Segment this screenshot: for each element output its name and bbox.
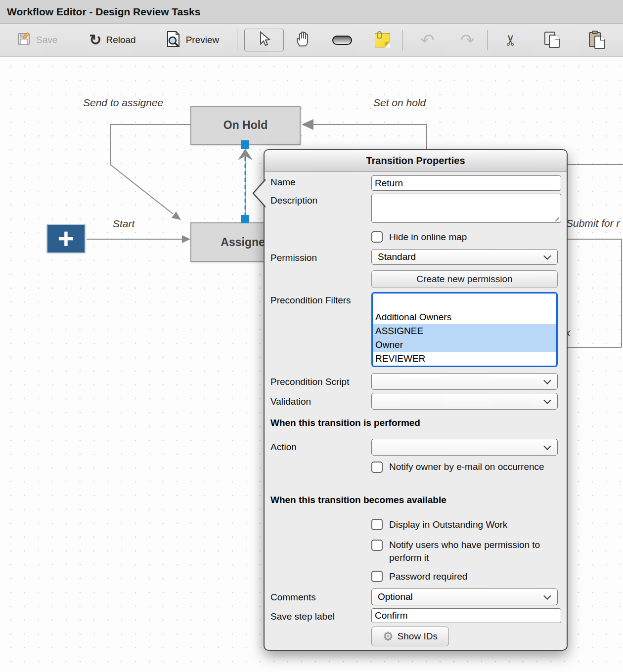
redo-button[interactable]: ↷ bbox=[455, 28, 480, 52]
add-note-tool-button[interactable] bbox=[370, 28, 395, 52]
permission-value: Standard bbox=[378, 252, 416, 262]
gear-icon: ⚙ bbox=[383, 630, 394, 642]
validation-label: Validation bbox=[270, 396, 311, 407]
precondition-filters-listbox[interactable]: Additional Owners ASSIGNEE Owner REVIEWE… bbox=[371, 292, 558, 367]
filter-option-assignee[interactable]: ASSIGNEE bbox=[373, 324, 556, 338]
name-input[interactable] bbox=[371, 175, 561, 191]
toolbar-separator bbox=[487, 30, 488, 50]
filter-option-reviewer[interactable]: REVIEWER bbox=[373, 352, 556, 366]
window-title: Workflow Editor - Design Review Tasks bbox=[7, 6, 200, 18]
section-performed-heading: When this transition is performed bbox=[270, 418, 420, 428]
show-ids-button[interactable]: ⚙ Show IDs bbox=[371, 627, 449, 646]
scissors-icon: ✂ bbox=[502, 34, 519, 46]
filter-option-blank[interactable] bbox=[373, 294, 556, 310]
password-required-checkbox[interactable] bbox=[371, 571, 383, 582]
description-label: Description bbox=[270, 195, 317, 206]
precondition-filters-label: Precondition Filters bbox=[270, 295, 351, 306]
copy-button[interactable] bbox=[539, 28, 566, 52]
create-new-permission-button[interactable]: Create new permission bbox=[371, 270, 558, 288]
precondition-script-select[interactable] bbox=[371, 373, 558, 390]
action-label: Action bbox=[270, 442, 297, 453]
workflow-canvas[interactable]: On Hold Assignee + Send to assignee Set … bbox=[0, 57, 623, 672]
paste-icon bbox=[589, 31, 606, 49]
add-step-tool-button[interactable] bbox=[327, 28, 357, 52]
chevron-down-icon bbox=[543, 252, 551, 260]
toolbar: Save ↻ Reload Preview bbox=[0, 24, 623, 57]
save-label: Save bbox=[36, 35, 57, 45]
preview-label: Preview bbox=[186, 35, 220, 45]
pan-tool-button[interactable] bbox=[290, 28, 315, 52]
reload-label: Reload bbox=[106, 35, 135, 45]
redo-icon: ↷ bbox=[460, 32, 475, 48]
transition-properties-dialog: Transition Properties Name Description H… bbox=[264, 149, 568, 651]
chevron-down-icon bbox=[543, 377, 551, 384]
preview-icon bbox=[166, 31, 181, 50]
dialog-title[interactable]: Transition Properties bbox=[265, 150, 567, 172]
select-tool-button[interactable] bbox=[244, 29, 284, 51]
save-step-label: Save step label bbox=[270, 611, 335, 622]
description-input[interactable] bbox=[371, 194, 561, 223]
notify-owner-checkbox[interactable] bbox=[371, 462, 383, 473]
section-available-heading: When this transition becomes available bbox=[270, 495, 446, 505]
hide-in-online-map-label: Hide in online map bbox=[389, 231, 557, 244]
permission-label: Permission bbox=[270, 252, 317, 263]
password-required-label: Password required bbox=[389, 570, 557, 583]
chevron-down-icon bbox=[543, 396, 551, 404]
action-select[interactable] bbox=[371, 439, 558, 456]
chevron-down-icon bbox=[543, 442, 551, 450]
validation-select[interactable] bbox=[371, 393, 558, 410]
hand-icon bbox=[295, 31, 311, 50]
comments-label: Comments bbox=[270, 592, 316, 603]
transition-handle-bottom bbox=[241, 215, 249, 223]
filter-option-owner[interactable]: Owner bbox=[373, 338, 556, 352]
transition-handle-top bbox=[241, 140, 249, 149]
reload-button[interactable]: ↻ Reload bbox=[84, 28, 140, 52]
comments-select[interactable]: Optional bbox=[371, 588, 558, 605]
cut-button[interactable]: ✂ bbox=[499, 28, 522, 52]
filter-option-additional-owners[interactable]: Additional Owners bbox=[373, 310, 556, 324]
reload-icon: ↻ bbox=[89, 33, 101, 47]
cursor-icon bbox=[257, 31, 271, 49]
display-outstanding-checkbox[interactable] bbox=[371, 519, 383, 530]
hide-in-online-map-checkbox[interactable] bbox=[371, 231, 383, 243]
name-label: Name bbox=[270, 177, 296, 188]
undo-icon: ↶ bbox=[420, 32, 435, 48]
save-icon bbox=[17, 32, 32, 49]
precondition-script-label: Precondition Script bbox=[270, 377, 349, 387]
toolbar-separator bbox=[402, 30, 402, 50]
dialog-callout-pointer bbox=[252, 179, 266, 208]
notify-users-checkbox[interactable] bbox=[371, 540, 383, 551]
display-outstanding-label: Display in Outstanding Work bbox=[389, 518, 557, 531]
preview-button[interactable]: Preview bbox=[161, 28, 224, 52]
copy-icon bbox=[544, 32, 561, 48]
notify-users-label: Notify users who have permission to perf… bbox=[389, 539, 557, 564]
chevron-down-icon bbox=[543, 592, 551, 600]
window-title-bar: Workflow Editor - Design Review Tasks bbox=[0, 0, 623, 24]
toolbar-separator bbox=[237, 30, 237, 50]
save-button[interactable]: Save bbox=[12, 28, 62, 52]
step-node-icon bbox=[332, 36, 352, 45]
paste-button[interactable] bbox=[584, 28, 611, 52]
sticky-note-icon bbox=[375, 33, 390, 47]
undo-button[interactable]: ↶ bbox=[415, 28, 440, 52]
notify-owner-label: Notify owner by e-mail on occurrence bbox=[389, 461, 557, 473]
save-step-input[interactable] bbox=[371, 608, 561, 623]
permission-select[interactable]: Standard bbox=[371, 249, 558, 265]
